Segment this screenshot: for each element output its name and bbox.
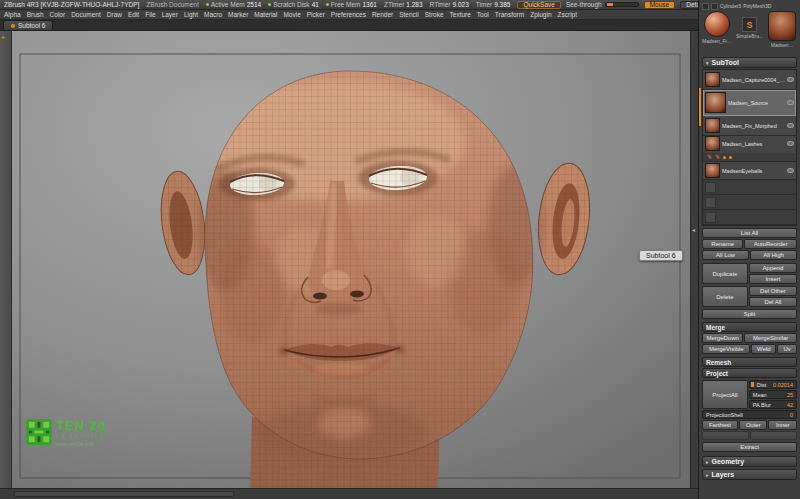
subtool-item[interactable]: Madsen_Fix_Morphed bbox=[703, 116, 796, 136]
logo-url: www.ten24.info bbox=[56, 441, 106, 447]
slot-label: Madsen... bbox=[771, 42, 793, 48]
menu-item-brush[interactable]: Brush bbox=[27, 11, 44, 18]
mouse-button[interactable]: Mouse bbox=[644, 1, 676, 9]
scrollbar-handle[interactable] bbox=[14, 491, 234, 497]
menu-item-marker[interactable]: Marker bbox=[228, 11, 248, 18]
polypaint-p2en-icon[interactable]: ✎ bbox=[715, 154, 720, 160]
menu-item-layer[interactable]: Layer bbox=[162, 11, 178, 18]
subtool-section-header[interactable]: ▾ SubTool bbox=[702, 57, 797, 68]
menu-item-tool[interactable]: Tool bbox=[477, 11, 489, 18]
split-button[interactable]: Split bbox=[702, 309, 797, 319]
visibility-eye-icon[interactable] bbox=[787, 168, 794, 173]
see-through-slider[interactable] bbox=[605, 2, 639, 7]
menu-item-preferences[interactable]: Preferences bbox=[331, 11, 366, 18]
autoreorder-button[interactable]: AutoReorder bbox=[744, 239, 797, 249]
all-high-button[interactable]: All High bbox=[750, 250, 797, 260]
merge-visible-button[interactable]: MergeVisible bbox=[702, 344, 750, 354]
remesh-section-header[interactable]: Remesh bbox=[702, 357, 797, 367]
projection-shell-slider[interactable]: ProjectionShell 0 bbox=[702, 410, 797, 419]
head-model-3d[interactable] bbox=[12, 31, 690, 488]
subtool-empty-slot[interactable] bbox=[703, 210, 796, 225]
dist-slider[interactable]: Dist 0.02014 bbox=[749, 380, 797, 389]
visibility-eye-icon[interactable] bbox=[787, 141, 794, 146]
visibility-eye-icon[interactable] bbox=[787, 77, 794, 82]
extract-button[interactable]: Extract bbox=[702, 442, 797, 452]
project-all-button[interactable]: ProjectAll bbox=[702, 380, 748, 409]
stat-label: Scratch Disk bbox=[273, 1, 309, 8]
menu-item-zscript[interactable]: Zscript bbox=[558, 11, 578, 18]
visibility-eye-icon[interactable] bbox=[787, 123, 794, 128]
polypaint-pen-icon[interactable]: ✎ bbox=[707, 154, 712, 160]
tab-subtool-6[interactable]: Subtool 6 bbox=[3, 20, 53, 30]
del-all-button[interactable]: Del All bbox=[749, 297, 797, 307]
menu-item-movie[interactable]: Movie bbox=[283, 11, 300, 18]
menu-item-render[interactable]: Render bbox=[372, 11, 393, 18]
menu-item-macro[interactable]: Macro bbox=[204, 11, 222, 18]
stat-label: Timer bbox=[476, 1, 492, 8]
left-tray[interactable]: ▸ bbox=[0, 31, 12, 488]
geometry-section-header[interactable]: ▸ Geometry bbox=[702, 456, 797, 467]
mean-slider[interactable]: Mean 25 bbox=[749, 390, 797, 399]
recent-tool-thumb[interactable] bbox=[702, 3, 709, 10]
document-viewport[interactable]: TEN 24 3D ARCHIVE www.ten24.info Subtool… bbox=[12, 31, 690, 488]
menu-item-material[interactable]: Material bbox=[254, 11, 277, 18]
horizontal-scrollbar[interactable] bbox=[0, 488, 698, 499]
outer-button[interactable]: Outer bbox=[739, 420, 768, 430]
list-all-button[interactable]: List All bbox=[702, 228, 797, 238]
rename-button[interactable]: Rename bbox=[702, 239, 743, 249]
duplicate-button[interactable]: Duplicate bbox=[702, 263, 748, 284]
menu-item-stroke[interactable]: Stroke bbox=[425, 11, 444, 18]
insert-button[interactable]: Insert bbox=[749, 274, 797, 284]
brush-thumb[interactable]: S bbox=[742, 17, 757, 32]
layers-section-header[interactable]: ▸ Layers bbox=[702, 469, 797, 480]
menu-item-light[interactable]: Light bbox=[184, 11, 198, 18]
subtool-item[interactable]: Madsen_Lashes ✎ ✎ bbox=[703, 136, 796, 162]
merge-down-button[interactable]: MergeDown bbox=[702, 333, 743, 343]
stat-label: Free Mem bbox=[331, 1, 361, 8]
merge-section-header[interactable]: Merge bbox=[702, 322, 797, 332]
panel-divider[interactable]: ◂ bbox=[690, 31, 698, 488]
weld-button[interactable]: Weld bbox=[751, 344, 776, 354]
project-section-header[interactable]: Project bbox=[702, 368, 797, 378]
tray-arrow-icon[interactable]: ▸ bbox=[2, 34, 5, 40]
menu-item-document[interactable]: Document bbox=[71, 11, 101, 18]
uv-button[interactable]: Uv bbox=[777, 344, 797, 354]
subtool-item-selected[interactable]: Madsen_Source bbox=[703, 90, 796, 116]
farthest-button[interactable]: Farthest bbox=[702, 420, 738, 430]
collapse-arrow-icon[interactable]: ◂ bbox=[692, 227, 695, 233]
menu-item-file[interactable]: File bbox=[145, 11, 155, 18]
recent-tool-thumb[interactable] bbox=[711, 3, 718, 10]
subtool-item-row[interactable]: Madsen_Lashes bbox=[703, 136, 796, 151]
menu-item-alpha[interactable]: Alpha bbox=[4, 11, 21, 18]
subtool-empty-slot[interactable] bbox=[703, 180, 796, 195]
menu-item-draw[interactable]: Draw bbox=[107, 11, 122, 18]
current-brush-slot[interactable]: S SimpleBru... bbox=[734, 11, 764, 39]
del-other-button[interactable]: Del Other bbox=[749, 286, 797, 296]
default-zscript-button[interactable]: DefaultZScript bbox=[680, 1, 698, 9]
visibility-eye-icon[interactable] bbox=[787, 100, 794, 105]
inner-button[interactable]: Inner bbox=[768, 420, 797, 430]
menu-item-transform[interactable]: Transform bbox=[495, 11, 524, 18]
palette-scroll-indicator[interactable] bbox=[699, 88, 701, 126]
current-tool-slot[interactable]: Madsen... bbox=[767, 11, 797, 48]
recent-tools-row: Cylinder3 PolyMesh3D bbox=[702, 1, 797, 11]
pa-blur-slider[interactable]: PA Blur 42 bbox=[749, 400, 797, 409]
slider-handle[interactable] bbox=[607, 3, 613, 6]
subtool-item[interactable]: Madsen_Capture0004_Neutral_05 bbox=[703, 70, 796, 90]
subtool-item[interactable]: MadsenEyeballs bbox=[703, 162, 796, 180]
append-button[interactable]: Append bbox=[749, 263, 797, 273]
menu-item-texture[interactable]: Texture bbox=[450, 11, 471, 18]
merge-similar-button[interactable]: MergeSimilar bbox=[744, 333, 797, 343]
tool-head-thumb[interactable] bbox=[768, 11, 796, 41]
menu-item-picker[interactable]: Picker bbox=[307, 11, 325, 18]
current-material-slot[interactable]: Madsen_Fix_Mor... bbox=[702, 11, 732, 44]
menu-item-color[interactable]: Color bbox=[50, 11, 66, 18]
menu-item-edit[interactable]: Edit bbox=[128, 11, 139, 18]
quicksave-button[interactable]: QuickSave bbox=[517, 1, 560, 9]
all-low-button[interactable]: All Low bbox=[702, 250, 749, 260]
subtool-empty-slot[interactable] bbox=[703, 195, 796, 210]
material-sphere-thumb[interactable] bbox=[704, 11, 730, 37]
delete-button[interactable]: Delete bbox=[702, 286, 748, 307]
menu-item-zplugin[interactable]: Zplugin bbox=[530, 11, 551, 18]
menu-item-stencil[interactable]: Stencil bbox=[399, 11, 419, 18]
